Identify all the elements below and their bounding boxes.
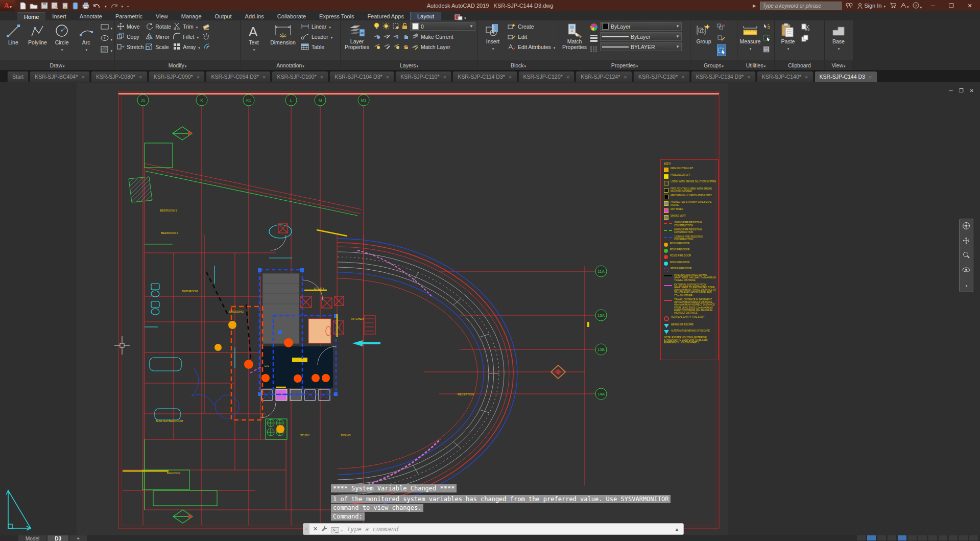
navigation-bar[interactable] (959, 219, 973, 292)
file-tab[interactable]: KSR-SJP-C080* (91, 71, 148, 82)
annotation-panel-label[interactable]: Annotation (241, 60, 341, 70)
command-close-icon[interactable]: ✕ (309, 526, 321, 532)
file-tab[interactable]: KSR-SJP-C104 D3* (329, 71, 394, 82)
file-tab[interactable]: KSR-SJP-C134 D3* (691, 71, 756, 82)
file-tab-close-icon[interactable] (747, 74, 751, 80)
file-tab[interactable]: KSR-SJP-C144 D3 (815, 71, 877, 82)
file-tab[interactable]: KSR-SJP-C130* (633, 71, 690, 82)
linetype-list-icon[interactable] (590, 44, 598, 54)
layers-panel-label[interactable]: Layers (341, 60, 478, 70)
sign-in-button[interactable]: Sign In (857, 3, 886, 9)
paste-button[interactable]: Paste (777, 22, 799, 51)
close-button[interactable]: ✕ (963, 3, 977, 9)
erase-icon[interactable] (202, 22, 210, 31)
autodesk-app-icon[interactable] (900, 3, 909, 9)
layer-select[interactable]: 0▼ (410, 22, 475, 31)
measure-button[interactable]: Measure (739, 22, 761, 51)
search-input[interactable]: Type a keyword or phrase (760, 2, 842, 10)
layout-tab-d3[interactable]: D3 (47, 535, 68, 541)
explode-icon[interactable] (202, 32, 210, 41)
search-icon[interactable] (846, 2, 853, 9)
copy-clip-icon[interactable] (801, 33, 809, 43)
file-tab-close-icon[interactable] (624, 74, 627, 80)
dimension-button[interactable]: Dimension (267, 22, 299, 45)
file-tab-close-icon[interactable] (509, 74, 512, 80)
layer-lock-icon[interactable] (402, 33, 409, 40)
minimize-button[interactable]: ─ (926, 3, 940, 9)
drawing-canvas[interactable]: J1KK1LMM1 11A13A13B14A BEDROOM 3BEDROOM … (0, 82, 980, 541)
orbit-icon[interactable] (962, 266, 970, 275)
file-tab-close-icon[interactable] (443, 74, 447, 80)
edit-attributes-button[interactable]: Edit Attributes (508, 42, 555, 51)
linetype-select[interactable]: BYLAYER▼ (600, 42, 682, 51)
mirror-button[interactable]: Mirror (146, 32, 171, 41)
color-select[interactable]: ByLayer▼ (600, 22, 682, 31)
file-tab[interactable]: KSR-SJP-C114 D3* (452, 71, 517, 82)
command-customize-icon[interactable] (321, 525, 331, 533)
ribbon-tab[interactable]: Insert (45, 12, 73, 20)
file-tab-close-icon[interactable] (681, 74, 685, 80)
lineweight-select[interactable]: ByLayer▼ (600, 32, 682, 41)
layer-freeze-icon[interactable] (393, 33, 400, 40)
layer-isolate-icon[interactable] (392, 22, 399, 31)
file-tab[interactable]: KSR-SJP-C120* (518, 71, 575, 82)
command-history-toggle[interactable]: ▲ (675, 527, 683, 532)
file-tab-close-icon[interactable] (262, 74, 266, 80)
navbar-menu-icon[interactable] (965, 280, 968, 289)
clipboard-panel-label[interactable]: Clipboard (775, 60, 825, 70)
print-icon[interactable] (82, 2, 90, 9)
file-tab[interactable]: KSR-SJP-C110* (395, 71, 451, 82)
save-as-icon[interactable] (51, 2, 59, 9)
ribbon-tab[interactable]: View (149, 12, 175, 20)
group-edit-icon[interactable] (717, 33, 726, 43)
layer-match-icon3[interactable] (393, 43, 400, 51)
trim-button[interactable]: Trim (173, 22, 200, 31)
scale-button[interactable]: Scale (146, 42, 171, 51)
autocad-logo[interactable]: A (0, 0, 15, 11)
add-layout-button[interactable]: + (69, 535, 87, 541)
command-line-icon[interactable]: >_ (331, 525, 343, 534)
properties-panel-label[interactable]: Properties (559, 60, 690, 70)
circle-button[interactable]: Circle (51, 22, 73, 52)
layer-unlock2-icon[interactable] (402, 43, 409, 51)
file-tab[interactable]: KSR-SJP-C140* (757, 71, 814, 82)
stretch-button[interactable]: Stretch (117, 42, 144, 51)
move-button[interactable]: Move (117, 22, 144, 31)
file-tab[interactable]: KSR-SJP-C094 D3* (206, 71, 271, 82)
file-tab-close-icon[interactable] (386, 74, 390, 80)
file-tab-close-icon[interactable] (869, 74, 872, 80)
offset-icon[interactable] (202, 42, 210, 51)
redo-button[interactable] (110, 3, 118, 9)
new-file-icon[interactable] (19, 2, 27, 10)
ribbon-tab[interactable]: Home (17, 12, 45, 20)
quick-select-icon[interactable] (763, 22, 771, 32)
open-file-icon[interactable] (30, 2, 38, 10)
file-tab-close-icon[interactable] (139, 74, 142, 80)
pan-icon[interactable] (963, 237, 970, 246)
layer-unlock-icon[interactable] (402, 22, 408, 31)
file-tab[interactable]: KSR-SJP-C100* (272, 71, 328, 82)
ribbon-tab[interactable]: Featured Apps (361, 12, 411, 20)
utilities-panel-label[interactable]: Utilities (737, 60, 775, 70)
doc-restore-icon[interactable]: ❐ (959, 88, 964, 93)
file-tab[interactable]: KSR-SJP-BC404* (30, 71, 90, 82)
layer-off-icon[interactable] (373, 33, 380, 40)
undo-button[interactable] (93, 3, 101, 9)
make-current-button[interactable]: Make Current (411, 32, 453, 41)
layer-thaw-icon[interactable] (383, 22, 390, 31)
ribbon-tab[interactable]: Output (208, 12, 238, 20)
lineweight-list-icon[interactable] (590, 33, 598, 43)
command-bar[interactable]: ⠿ ✕ >_ Type a command ▲ (303, 523, 684, 535)
undo-dropdown[interactable] (104, 3, 107, 9)
ungroup-icon[interactable] (717, 22, 726, 32)
edit-block-button[interactable]: Edit (508, 32, 555, 41)
leader-button[interactable]: Leader (301, 32, 332, 41)
group-button[interactable]: Group (692, 22, 715, 44)
cut-icon[interactable] (801, 22, 809, 32)
line-button[interactable]: Line (2, 22, 25, 45)
layer-on-icon[interactable] (373, 22, 380, 31)
save-icon[interactable] (41, 2, 48, 9)
calculator-icon[interactable] (763, 44, 771, 54)
view-panel-label[interactable]: View (825, 60, 853, 70)
ribbon-tab[interactable]: Collaborate (271, 12, 313, 20)
